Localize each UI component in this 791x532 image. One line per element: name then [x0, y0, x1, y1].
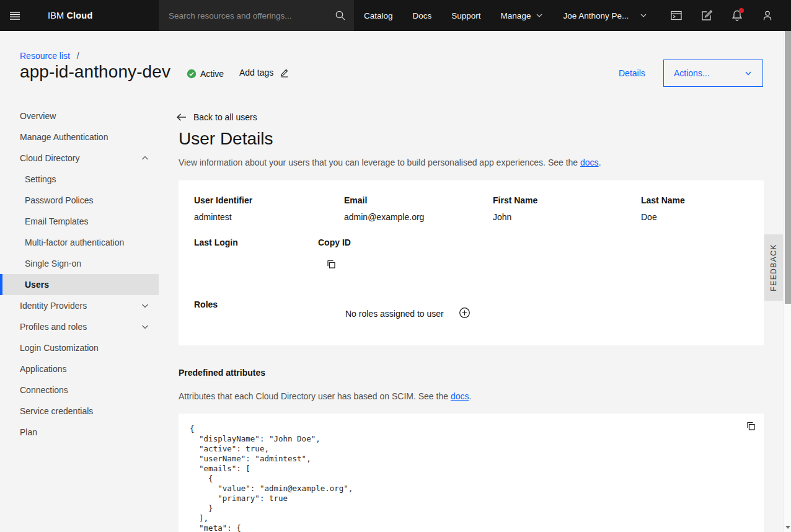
scrollbar-thumb[interactable] — [785, 10, 791, 304]
notification-badge — [739, 8, 744, 13]
section-description: View information about your users that y… — [179, 157, 601, 167]
sidebar-item-label: Overview — [20, 111, 56, 121]
sidebar-item-label: Connections — [20, 385, 68, 395]
code-line: "emails": [ — [190, 464, 353, 474]
nav-manage[interactable]: Manage — [491, 0, 554, 31]
sidebar-item-settings[interactable]: Settings — [0, 169, 159, 190]
scroll-down-arrow-icon[interactable] — [784, 523, 791, 531]
sidebar-item-login-customization[interactable]: Login Customization — [0, 337, 159, 358]
sidebar-item-label: Password Polices — [25, 195, 94, 205]
sidebar-item-label: Plan — [20, 427, 37, 437]
user-details-card: User Identifier admintest Email admin@ex… — [179, 180, 764, 345]
breadcrumb-resource-list[interactable]: Resource list — [20, 51, 70, 61]
chevron-up-icon — [140, 153, 150, 163]
sidebar-item-label: Single Sign-on — [25, 259, 81, 268]
sidebar-item-applications[interactable]: Applications — [0, 358, 159, 379]
scim-attributes-code-block: { "displayName": "John Doe", "active": t… — [179, 414, 764, 532]
code-line: { — [190, 424, 353, 434]
sidebar-item-cloud-directory[interactable]: Cloud Directory — [0, 148, 159, 169]
docs-link[interactable]: docs — [580, 157, 599, 167]
ibm-cloud-logo[interactable]: IBMCloud — [48, 0, 92, 31]
sidebar-item-manage-authentication[interactable]: Manage Authentication — [0, 126, 159, 148]
code-line: "active": true, — [190, 444, 353, 454]
sidebar-item-service-credentials[interactable]: Service credentials — [0, 401, 159, 422]
sidebar-item-connections[interactable]: Connections — [0, 379, 159, 401]
chevron-down-icon — [140, 322, 150, 332]
actions-dropdown[interactable]: Actions... — [663, 60, 763, 87]
sidebar-item-multi-factor-authentication[interactable]: Multi-factor authentication — [0, 232, 159, 253]
edit-icon[interactable] — [691, 0, 722, 31]
roles-empty-text: No roles assigned to user — [345, 309, 444, 319]
nav-catalog[interactable]: Catalog — [354, 0, 403, 31]
sidebar-item-plan[interactable]: Plan — [0, 422, 159, 443]
sidebar-item-overview[interactable]: Overview — [0, 105, 159, 126]
nav-support[interactable]: Support — [441, 0, 490, 31]
top-nav: IBMCloud Catalog Docs Support Manage Joe… — [0, 0, 791, 31]
chevron-down-icon — [536, 12, 543, 19]
logo-suffix: Cloud — [66, 11, 92, 20]
nav-docs[interactable]: Docs — [403, 0, 442, 31]
sidebar-item-email-templates[interactable]: Email Templates — [0, 211, 159, 232]
breadcrumb-separator: / — [77, 51, 79, 61]
sidebar-item-profiles-and-roles[interactable]: Profiles and roles — [0, 316, 159, 337]
sidebar-item-label: Cloud Directory — [20, 153, 79, 163]
global-search — [159, 0, 354, 31]
roles-label: Roles — [194, 299, 218, 309]
feedback-button[interactable]: FEEDBACK — [764, 234, 783, 301]
sidebar-item-single-sign-on[interactable]: Single Sign-on — [0, 253, 159, 274]
code-line: "value": "admin@example.org", — [190, 484, 353, 494]
notifications-icon[interactable] — [722, 0, 752, 31]
code-line: } — [190, 503, 353, 513]
arrow-left-icon — [176, 112, 187, 122]
top-nav-links: Catalog Docs Support Manage Joe Anthony … — [354, 0, 657, 31]
page-scrollbar[interactable] — [784, 0, 791, 532]
search-icon[interactable] — [327, 0, 354, 31]
code-line: { — [190, 474, 353, 484]
side-nav: OverviewManage AuthenticationCloud Direc… — [0, 105, 159, 443]
sidebar-item-label: Identity Providers — [20, 301, 87, 311]
back-to-all-users-link[interactable]: Back to all users — [176, 112, 257, 122]
field-first-name: First Name John — [493, 195, 537, 205]
page-title: app-id-anthony-dev — [20, 62, 170, 82]
sidebar-item-label: Users — [25, 280, 49, 290]
predefined-attributes-description: Attributes that each Cloud Directory use… — [179, 391, 471, 401]
sidebar-item-label: Applications — [20, 364, 67, 374]
cli-icon[interactable] — [661, 0, 691, 31]
sidebar-item-label: Service credentials — [20, 406, 93, 416]
code-line: "displayName": "John Doe", — [190, 434, 353, 444]
field-user-identifier: User Identifier admintest — [194, 195, 252, 205]
copy-code-icon[interactable] — [746, 421, 756, 432]
code-line: "primary": true — [190, 494, 353, 503]
top-icon-buttons — [661, 0, 782, 31]
add-role-icon[interactable] — [458, 306, 471, 319]
json-code: { "displayName": "John Doe", "active": t… — [190, 424, 353, 532]
menu-icon[interactable] — [0, 0, 30, 31]
sidebar-item-identity-providers[interactable]: Identity Providers — [0, 295, 159, 316]
field-last-name: Last Name Doe — [641, 195, 685, 205]
ibm-cloud-console: IBMCloud Catalog Docs Support Manage Joe… — [0, 0, 791, 532]
sidebar-item-password-polices[interactable]: Password Polices — [0, 190, 159, 211]
copy-id-icon[interactable] — [326, 259, 337, 270]
account-menu[interactable]: Joe Anthony Pe... — [553, 0, 657, 31]
breadcrumb: Resource list / — [20, 51, 79, 61]
chevron-down-icon — [140, 301, 150, 311]
field-last-login: Last Login — [194, 237, 238, 247]
sidebar-item-label: Profiles and roles — [20, 322, 87, 332]
sidebar-item-users[interactable]: Users — [0, 274, 159, 295]
sidebar-item-label: Manage Authentication — [20, 132, 108, 142]
code-line: "meta": { — [190, 523, 353, 532]
add-tags-button[interactable]: Add tags — [239, 68, 289, 78]
chevron-down-icon — [640, 12, 647, 19]
avatar-icon[interactable] — [752, 0, 782, 31]
check-circle-icon — [187, 69, 197, 79]
predefined-attributes-title: Predefined attributes — [179, 368, 265, 378]
docs-link[interactable]: docs — [451, 391, 469, 401]
sidebar-item-label: Login Customization — [20, 343, 99, 353]
chevron-down-icon — [744, 69, 753, 78]
sidebar-item-label: Email Templates — [25, 216, 88, 226]
code-line: "userName": "admintest", — [190, 454, 353, 464]
logo-prefix: IBM — [48, 11, 64, 20]
search-input[interactable] — [159, 0, 327, 31]
section-title: User Details — [179, 129, 273, 149]
details-link[interactable]: Details — [619, 68, 645, 78]
